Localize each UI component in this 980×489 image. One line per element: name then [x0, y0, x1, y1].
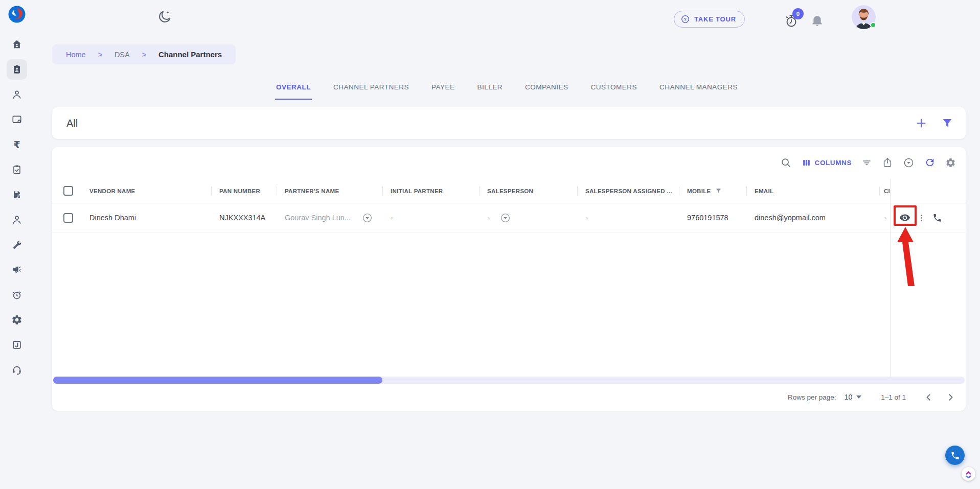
- header-salesperson[interactable]: SALESPERSON: [480, 179, 578, 203]
- header-email[interactable]: EMAIL: [747, 179, 880, 203]
- filter-rows-button[interactable]: [861, 157, 872, 168]
- header-initial-partner[interactable]: INITIAL PARTNER: [383, 179, 480, 203]
- sidebar-item-applications[interactable]: [7, 109, 27, 130]
- online-status-dot: [870, 22, 876, 28]
- take-tour-button[interactable]: ? TAKE TOUR: [674, 11, 745, 28]
- annotation-highlight-box: [894, 205, 917, 226]
- sidebar-item-settings[interactable]: [7, 310, 27, 330]
- header-salesperson-assigned[interactable]: SALESPERSON ASSIGNED ...: [578, 179, 679, 203]
- rows-per-page-label: Rows per page:: [788, 393, 836, 401]
- sidebar-nav: ₹: [7, 34, 27, 380]
- wrench-icon: [11, 239, 22, 250]
- expand-chevron-icon[interactable]: [362, 213, 373, 223]
- columns-button[interactable]: COLUMNS: [802, 158, 852, 168]
- header-partners-name[interactable]: PARTNER'S NAME: [277, 179, 383, 203]
- previous-page-button[interactable]: [923, 392, 934, 403]
- sidebar-item-tools[interactable]: [7, 235, 27, 255]
- tab-biller[interactable]: BILLER: [476, 82, 504, 100]
- tab-channel-managers[interactable]: CHANNEL MANAGERS: [658, 82, 739, 100]
- filter-funnel-icon: [941, 117, 953, 129]
- notes-edit-icon: [11, 189, 22, 200]
- sidebar-item-tasks[interactable]: [7, 159, 27, 180]
- alarm-clock-icon: [11, 289, 22, 300]
- header-pan-number[interactable]: PAN NUMBER: [212, 179, 277, 203]
- table-row[interactable]: Dinesh Dhami NJKXXX314A Gourav Singh Lun…: [52, 203, 966, 232]
- table-settings-button[interactable]: [945, 157, 956, 168]
- filter-button[interactable]: [941, 117, 953, 129]
- rows-per-page-value: 10: [845, 393, 853, 401]
- export-button[interactable]: [882, 157, 893, 168]
- row-menu-button[interactable]: [917, 214, 926, 222]
- cell-partners-name: Gourav Singh Lun...: [277, 203, 383, 232]
- sidebar-item-announcements[interactable]: [7, 260, 27, 280]
- caret-down-icon: [856, 395, 861, 399]
- cell-email: dinesh@yopmail.com: [747, 203, 880, 232]
- sidebar-item-payments[interactable]: ₹: [7, 134, 27, 155]
- sidebar-item-leads[interactable]: [7, 84, 27, 105]
- row-checkbox[interactable]: [63, 213, 73, 223]
- tab-channel-partners[interactable]: CHANNEL PARTNERS: [332, 82, 410, 100]
- sidebar-item-home[interactable]: [7, 34, 27, 55]
- tab-companies[interactable]: COMPANIES: [524, 82, 569, 100]
- selected-view-label: All: [66, 118, 78, 129]
- header-city[interactable]: CITY: [880, 179, 890, 203]
- tab-payee[interactable]: PAYEE: [430, 82, 456, 100]
- tab-overall[interactable]: OVERALL: [275, 82, 312, 100]
- sidebar-item-reminders[interactable]: [7, 285, 27, 305]
- circle-chevron-down-icon: [903, 157, 915, 169]
- notifications-button[interactable]: [810, 13, 824, 28]
- refresh-icon: [924, 157, 936, 168]
- sidebar-item-channel-partners[interactable]: [7, 59, 27, 80]
- more-actions-dropdown[interactable]: [903, 157, 915, 169]
- timer-badge: 0: [792, 8, 804, 19]
- floating-call-button[interactable]: [945, 446, 965, 465]
- clickup-widget-button[interactable]: [962, 467, 975, 481]
- page-range-label: 1–1 of 1: [881, 393, 906, 401]
- sidebar-item-journal[interactable]: [7, 335, 27, 355]
- bell-icon: [810, 13, 824, 27]
- horizontal-scrollbar-thumb[interactable]: [53, 377, 382, 384]
- cell-mobile: 9760191578: [679, 203, 747, 232]
- app-logo[interactable]: [8, 5, 26, 24]
- app-root: ₹: [0, 0, 980, 489]
- rows-per-page-select[interactable]: 10: [845, 393, 862, 401]
- select-all-checkbox[interactable]: [63, 186, 73, 196]
- breadcrumb-dsa-link[interactable]: DSA: [115, 51, 130, 59]
- annotation-arrow: [896, 226, 918, 288]
- cell-initial-partner: -: [383, 203, 480, 232]
- breadcrumb-current-page: Channel Partners: [158, 50, 222, 59]
- column-filter-funnel-icon[interactable]: [715, 188, 722, 194]
- sidebar-item-users[interactable]: [7, 209, 27, 230]
- cell-salesperson: -: [480, 203, 578, 232]
- user-avatar[interactable]: [852, 5, 876, 29]
- clipboard-check-icon: [11, 164, 22, 175]
- view-selector-bar[interactable]: All: [52, 107, 966, 139]
- id-badge-icon: [11, 64, 22, 75]
- cell-vendor-name: Dinesh Dhami: [82, 203, 212, 232]
- kebab-menu-icon: [917, 214, 926, 222]
- sidebar-item-notes[interactable]: [7, 184, 27, 205]
- phone-icon: [950, 451, 960, 460]
- timer-button[interactable]: 0: [783, 10, 804, 31]
- share-export-icon: [882, 157, 893, 168]
- columns-icon: [802, 158, 811, 168]
- entity-tabs: OVERALL CHANNEL PARTNERS PAYEE BILLER CO…: [34, 82, 980, 100]
- breadcrumb-home-link[interactable]: Home: [66, 51, 86, 59]
- chevron-right-icon: [945, 392, 956, 403]
- journal-icon: [11, 339, 22, 351]
- header-mobile[interactable]: MOBILE: [679, 179, 747, 203]
- sidebar-item-support[interactable]: [7, 360, 27, 380]
- person-icon: [11, 89, 22, 100]
- tab-customers[interactable]: CUSTOMERS: [590, 82, 639, 100]
- user-icon: [11, 214, 22, 225]
- expand-chevron-icon[interactable]: [500, 213, 511, 223]
- search-button[interactable]: [780, 157, 792, 169]
- refresh-button[interactable]: [924, 157, 936, 168]
- dark-mode-toggle[interactable]: [155, 8, 174, 27]
- clickup-logo-icon: [965, 470, 972, 479]
- next-page-button[interactable]: [945, 392, 956, 403]
- header-vendor-name[interactable]: VENDOR NAME: [82, 179, 212, 203]
- take-tour-label: TAKE TOUR: [694, 15, 736, 23]
- add-view-button[interactable]: [915, 117, 927, 129]
- call-button[interactable]: [932, 213, 942, 223]
